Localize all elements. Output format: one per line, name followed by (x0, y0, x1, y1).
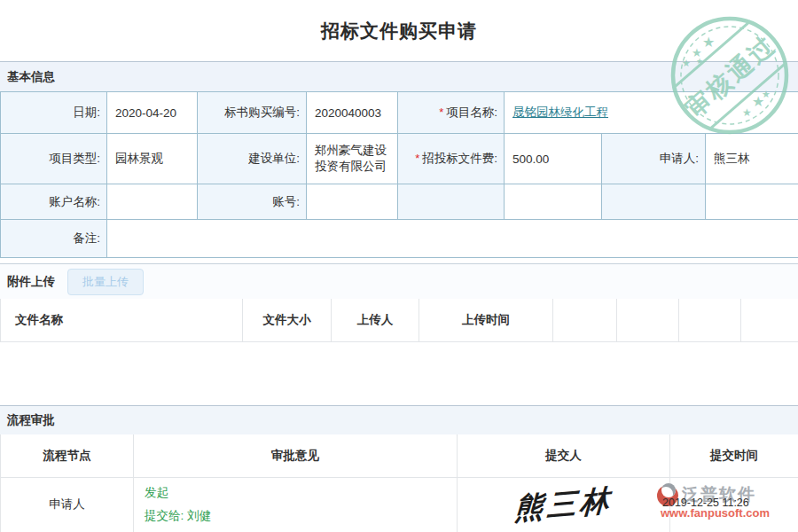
section-attachments-title: 附件上传 (7, 274, 55, 290)
section-basic-info-title: 基本信息 (7, 69, 55, 85)
required-mark: * (415, 152, 419, 165)
purchase-no-value: 2020040003 (307, 92, 398, 134)
empty-header-cell (741, 299, 798, 341)
applicant-value: 熊三林 (706, 134, 798, 184)
attachments-table: 文件名称 文件大小 上传人 上传时间 (0, 299, 798, 342)
bid-doc-fee-label-text: 招投标文件费: (422, 152, 497, 165)
page-title: 招标文件购买申请 (321, 19, 477, 43)
empty-label-cell (602, 184, 706, 220)
table-row: 账户名称: 账号: (1, 184, 798, 220)
section-basic-info-bar: 基本信息 (0, 61, 798, 91)
bid-doc-fee-label: *招投标文件费: (398, 134, 505, 184)
empty-header-cell (617, 299, 679, 341)
construction-unit-value: 郑州豪气建设投资有限公司 (307, 134, 398, 184)
required-mark: * (439, 106, 443, 119)
project-type-value: 园林景观 (107, 134, 198, 184)
empty-value-cell (706, 184, 798, 220)
submitter-header: 提交人 (458, 434, 670, 477)
uploader-header: 上传人 (332, 299, 419, 341)
account-name-label: 账户名称: (1, 184, 107, 220)
table-row: 项目类型: 园林景观 建设单位: 郑州豪气建设投资有限公司 *招投标文件费: 5… (1, 134, 798, 184)
approval-header-row: 流程节点 审批意见 提交人 提交时间 (1, 434, 798, 477)
action-text: 发起 (145, 481, 457, 505)
account-no-value (307, 184, 398, 220)
section-attachments-bar: 附件上传 批量上传 (0, 263, 798, 299)
remark-value (107, 220, 798, 258)
submitter-cell: 熊三林 (458, 477, 670, 532)
empty-value-cell (505, 184, 602, 220)
section-approval-bar: 流程审批 (0, 405, 798, 434)
batch-upload-button[interactable]: 批量上传 (67, 269, 144, 295)
empty-label-cell (398, 184, 505, 220)
remark-label: 备注: (1, 220, 107, 258)
file-name-header: 文件名称 (1, 299, 243, 341)
account-no-label: 账号: (198, 184, 307, 220)
submit-time-header: 提交时间 (670, 434, 798, 477)
construction-unit-label: 建设单位: (198, 134, 307, 184)
bid-document-purchase-form: 招标文件购买申请 审核通过 ★ ★ ★ ★ ★ ★ ★ 基本信息 日期: (0, 0, 798, 532)
empty-header-cell (679, 299, 741, 341)
title-bar: 招标文件购买申请 (0, 0, 798, 61)
attachments-header-row: 文件名称 文件大小 上传人 上传时间 (1, 299, 798, 341)
account-name-value (107, 184, 198, 220)
file-size-header: 文件大小 (243, 299, 332, 341)
date-label: 日期: (1, 92, 107, 134)
purchase-no-label: 标书购买编号: (198, 92, 307, 134)
project-type-label: 项目类型: (1, 134, 107, 184)
basic-info-table: 日期: 2020-04-20 标书购买编号: 2020040003 *项目名称:… (0, 91, 798, 258)
project-name-link[interactable]: 晟铭园林绿化工程 (512, 106, 608, 119)
table-row: 日期: 2020-04-20 标书购买编号: 2020040003 *项目名称:… (1, 92, 798, 134)
upload-time-header: 上传时间 (419, 299, 553, 341)
project-name-label: *项目名称: (398, 92, 505, 134)
submit-to-text: 提交给: 刘健 (145, 505, 457, 528)
submit-time-value: 2019-12-25 11:26 (662, 497, 749, 509)
empty-header-cell (553, 299, 617, 341)
table-row: 备注: (1, 220, 798, 258)
flow-node-value: 申请人 (1, 477, 134, 532)
date-value: 2020-04-20 (107, 92, 198, 134)
project-name-cell: 晟铭园林绿化工程 (505, 92, 798, 134)
opinion-header: 审批意见 (134, 434, 458, 477)
opinion-cell: 发起 提交给: 刘健 (134, 477, 458, 532)
bid-doc-fee-value: 500.00 (505, 134, 602, 184)
submitter-signature: 熊三林 (513, 481, 614, 529)
project-name-label-text: 项目名称: (446, 106, 497, 119)
section-approval-title: 流程审批 (7, 412, 55, 428)
applicant-label: 申请人: (602, 134, 706, 184)
flow-node-header: 流程节点 (1, 434, 134, 477)
